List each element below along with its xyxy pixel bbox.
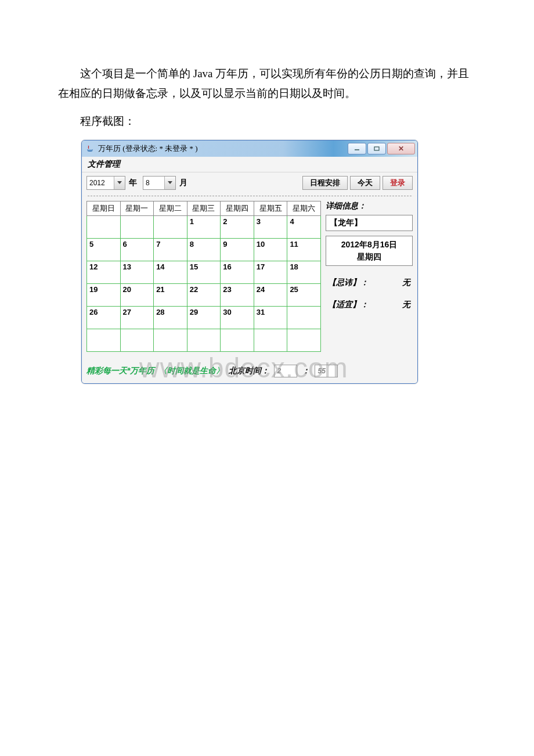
calendar-cell[interactable]: 15 [187, 261, 221, 283]
calendar-cell[interactable]: 20 [120, 283, 154, 306]
motto-text: 精彩每一天*万年历 [86, 366, 154, 376]
weekday-header: 星期四 [221, 201, 254, 215]
titlebar: 万年历 (登录状态: * 未登录 * ) ✕ [82, 141, 417, 157]
intro-paragraph: 这个项目是一个简单的 Java 万年历，可以实现所有年份的公历日期的查询，并且在… [58, 64, 476, 103]
calendar-cell[interactable]: 11 [287, 238, 321, 261]
calendar-cell[interactable]: 21 [154, 283, 187, 306]
toolbar: 2012 年 8 月 日程安排 今天 登录 [82, 172, 417, 196]
calendar-cell[interactable]: 16 [221, 261, 254, 283]
calendar-cell[interactable] [187, 329, 221, 351]
calendar-row [87, 329, 321, 351]
month-label: 月 [178, 178, 191, 188]
weekday-header: 星期三 [187, 201, 221, 215]
maximize-button[interactable] [367, 143, 386, 154]
calendar-cell[interactable]: 1 [187, 215, 221, 238]
weekday-header-row: 星期日 星期一 星期二 星期三 星期四 星期五 星期六 [87, 201, 321, 215]
calendar-cell[interactable]: 5 [87, 238, 121, 261]
calendar-row: 262728293031 [87, 306, 321, 329]
calendar-cell[interactable]: 12 [87, 261, 121, 283]
suitable-row: 【适宜】： 无 [326, 300, 413, 310]
weekday-header: 星期一 [120, 201, 154, 215]
calendar-cell[interactable]: 23 [221, 283, 254, 306]
window-title: 万年历 (登录状态: * 未登录 * ) [98, 143, 348, 154]
calendar-cell[interactable]: 28 [154, 306, 187, 329]
status-bar: 精彩每一天*万年历 〈时间就是生命〉 北京时间： 2 ： 55 [82, 358, 417, 383]
screenshot-label: 程序截图： [58, 111, 476, 131]
calendar-cell[interactable]: 29 [187, 306, 221, 329]
weekday-header: 星期六 [287, 201, 321, 215]
calendar-cell[interactable]: 7 [154, 238, 187, 261]
calendar-row: 1234 [87, 215, 321, 238]
calendar-cell[interactable]: 30 [221, 306, 254, 329]
weekday-header: 星期日 [87, 201, 121, 215]
today-button[interactable]: 今天 [350, 176, 380, 190]
calendar-row: 19202122232425 [87, 283, 321, 306]
minimize-button[interactable] [348, 143, 366, 154]
calendar-cell[interactable] [221, 329, 254, 351]
year-select[interactable]: 2012 [86, 176, 125, 190]
calendar-cell[interactable]: 10 [254, 238, 287, 261]
calendar-cell[interactable]: 22 [187, 283, 221, 306]
weekday-header: 星期五 [254, 201, 287, 215]
calendar-cell[interactable]: 31 [254, 306, 287, 329]
calendar-cell[interactable]: 24 [254, 283, 287, 306]
java-icon [85, 144, 95, 153]
calendar-cell[interactable] [254, 329, 287, 351]
calendar-cell[interactable]: 6 [120, 238, 154, 261]
zodiac-box: 【龙年】 [326, 215, 413, 231]
calendar-row: 567891011 [87, 238, 321, 261]
calendar-cell[interactable] [287, 306, 321, 329]
calendar-cell[interactable]: 9 [221, 238, 254, 261]
sub-motto: 〈时间就是生命〉 [159, 366, 224, 376]
calendar-cell[interactable] [287, 329, 321, 351]
calendar-cell[interactable] [154, 329, 187, 351]
calendar-cell[interactable] [120, 215, 154, 238]
detail-panel: 详细信息： 【龙年】 2012年8月16日 星期四 【忌讳】： 无 【适宜】： … [326, 201, 413, 352]
month-select[interactable]: 8 [143, 176, 176, 190]
calendar-cell[interactable]: 14 [154, 261, 187, 283]
calendar-cell[interactable]: 17 [254, 261, 287, 283]
calendar-cell[interactable]: 2 [221, 215, 254, 238]
menu-file[interactable]: 文件管理 [82, 157, 417, 172]
chevron-down-icon [114, 177, 125, 189]
calendar-cell[interactable]: 3 [254, 215, 287, 238]
minute-field[interactable]: 55 [315, 365, 338, 377]
calendar-cell[interactable]: 25 [287, 283, 321, 306]
calendar-cell[interactable]: 27 [120, 306, 154, 329]
calendar-row: 12131415161718 [87, 261, 321, 283]
calendar-cell[interactable]: 19 [87, 283, 121, 306]
calendar-cell[interactable]: 4 [287, 215, 321, 238]
calendar-grid: 星期日 星期一 星期二 星期三 星期四 星期五 星期六 123456789101… [86, 201, 321, 352]
beijing-time-label: 北京时间： [229, 366, 269, 376]
calendar-cell[interactable]: 18 [287, 261, 321, 283]
chevron-down-icon [164, 177, 175, 189]
close-button[interactable]: ✕ [387, 143, 415, 154]
hour-field[interactable]: 2 [274, 365, 297, 377]
calendar-cell[interactable]: 26 [87, 306, 121, 329]
calendar-cell[interactable] [120, 329, 154, 351]
calendar-cell[interactable] [87, 329, 121, 351]
calendar-cell[interactable]: 8 [187, 238, 221, 261]
time-colon: ： [302, 366, 310, 376]
weekday-header: 星期二 [154, 201, 187, 215]
taboo-row: 【忌讳】： 无 [326, 278, 413, 288]
app-screenshot: 万年历 (登录状态: * 未登录 * ) ✕ 文件管理 2012 年 [81, 140, 418, 384]
login-button[interactable]: 登录 [383, 176, 413, 190]
schedule-button[interactable]: 日程安排 [302, 176, 348, 190]
calendar-cell[interactable] [87, 215, 121, 238]
calendar-cell[interactable]: 13 [120, 261, 154, 283]
detail-label: 详细信息： [326, 201, 413, 211]
calendar-cell[interactable] [154, 215, 187, 238]
selected-date-box: 2012年8月16日 星期四 [326, 236, 413, 266]
year-label: 年 [128, 178, 140, 188]
svg-rect-1 [374, 147, 379, 150]
